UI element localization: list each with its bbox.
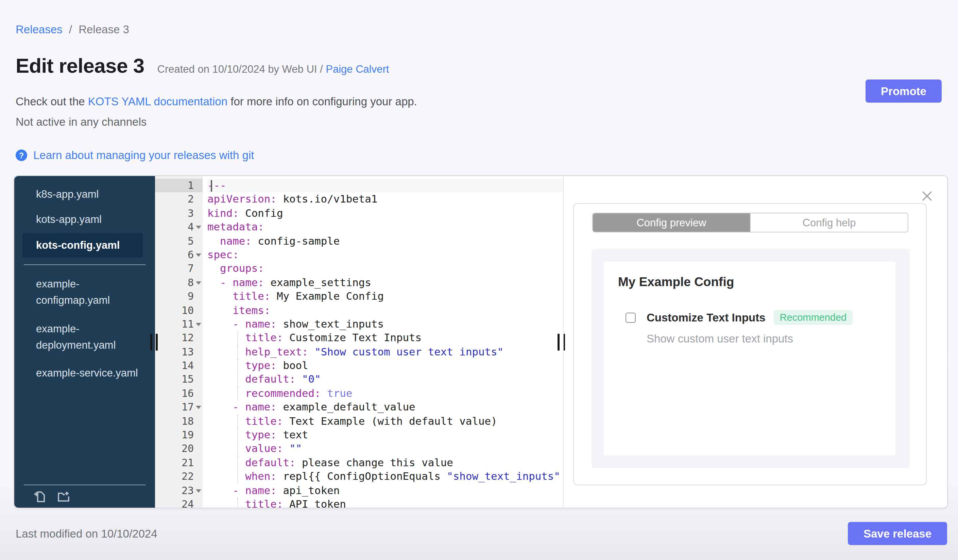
sidebar-actions: [32, 489, 71, 504]
indent-guide: [237, 331, 238, 345]
yaml-code-editor[interactable]: 1234567891011121314151617181920212223242…: [155, 176, 564, 507]
page-title: Edit release 3: [16, 54, 144, 78]
file-item[interactable]: example-service.yaml: [14, 365, 155, 381]
new-file-button[interactable]: [32, 489, 47, 504]
git-releases-link[interactable]: Learn about managing your releases with …: [33, 149, 254, 162]
yaml-token-plain: [207, 401, 233, 414]
kots-yaml-docs-link[interactable]: KOTS YAML documentation: [88, 95, 227, 108]
yaml-token-plain: [207, 443, 245, 455]
yaml-token-plain: example_default_value: [277, 401, 416, 414]
indent-guide: [237, 497, 238, 507]
tab-config-preview[interactable]: Config preview: [593, 214, 750, 232]
yaml-token-plain: [207, 276, 220, 288]
yaml-token-key: metadata:: [207, 221, 264, 233]
code-line[interactable]: items:: [207, 304, 563, 317]
yaml-token-plain: please change this value: [296, 457, 453, 469]
breadcrumb-releases-link[interactable]: Releases: [16, 23, 63, 35]
code-line[interactable]: kind: Config: [207, 207, 563, 220]
config-item-label: Customize Text Inputs: [647, 311, 766, 324]
tab-config-help[interactable]: Config help: [750, 214, 908, 232]
file-sidebar: k8s-app.yamlkots-app.yamlkots-config.yam…: [14, 176, 155, 507]
fold-caret-icon[interactable]: [196, 323, 201, 329]
config-preview-card: Config previewConfig help My Example Con…: [573, 203, 927, 485]
code-line[interactable]: title: Text Example (with default value): [207, 414, 563, 428]
yaml-token-key: - name:: [233, 484, 277, 497]
yaml-token-plain: bool: [277, 359, 308, 372]
file-item[interactable]: example-deployment.yaml: [14, 321, 155, 353]
code-line[interactable]: title: API token: [207, 497, 563, 507]
gutter-line-number: 22: [155, 470, 203, 484]
code-line[interactable]: - name: example_default_value: [207, 401, 563, 414]
fold-caret-icon[interactable]: [196, 406, 201, 412]
gutter-line-number: 14: [155, 359, 203, 373]
gutter-line-number: 18: [155, 414, 203, 428]
file-item[interactable]: k8s-app.yaml: [14, 186, 155, 202]
sidebar-resize-handle[interactable]: [150, 334, 152, 351]
code-line[interactable]: ---: [207, 179, 563, 193]
yaml-token-plain: [207, 373, 245, 386]
fold-caret-icon[interactable]: [196, 226, 201, 232]
code-line[interactable]: type: text: [207, 428, 563, 442]
code-line[interactable]: recommended: true: [207, 387, 563, 401]
editor-gutter: 1234567891011121314151617181920212223242…: [155, 176, 203, 507]
code-line[interactable]: title: My Example Config: [207, 289, 563, 304]
file-item[interactable]: kots-config.yaml: [22, 233, 143, 258]
code-line[interactable]: name: config-sample: [207, 234, 563, 248]
question-mark-icon[interactable]: ?: [16, 150, 27, 161]
fold-caret-icon[interactable]: [196, 281, 201, 287]
sidebar-resize-handle[interactable]: [156, 334, 157, 351]
editor-code-area[interactable]: ---apiVersion: kots.io/v1beta1kind: Conf…: [203, 176, 563, 507]
save-release-button[interactable]: Save release: [848, 522, 947, 545]
code-line[interactable]: default: "0": [207, 373, 563, 387]
panel-resize-handle[interactable]: [563, 334, 565, 351]
code-line[interactable]: default: please change this value: [207, 456, 563, 470]
indent-guide: [237, 345, 238, 359]
yaml-token-key: when:: [245, 470, 277, 482]
fold-caret-icon[interactable]: [196, 253, 201, 259]
breadcrumb-current: Release 3: [79, 23, 129, 35]
config-item-help-text: Show custom user text inputs: [647, 332, 793, 345]
code-line[interactable]: - name: api_token: [207, 484, 563, 497]
yaml-token-plain: My Example Config: [270, 290, 384, 302]
yaml-token-key: recommended:: [245, 388, 320, 400]
promote-button[interactable]: Promote: [866, 79, 942, 103]
code-line[interactable]: title: Customize Text Inputs: [207, 331, 563, 345]
file-item[interactable]: kots-app.yaml: [14, 211, 155, 228]
gutter-line-number: 15: [155, 373, 203, 387]
yaml-token-key: type:: [245, 429, 277, 441]
recommended-badge: Recommended: [774, 310, 853, 325]
yaml-token-key: items:: [233, 304, 270, 316]
code-line[interactable]: - name: example_settings: [207, 275, 563, 289]
yaml-token-plain: [207, 359, 245, 372]
new-folder-button[interactable]: [56, 489, 71, 504]
text-cursor: [211, 180, 212, 191]
gutter-line-number: 23: [155, 484, 203, 497]
code-line[interactable]: value: "": [207, 442, 563, 456]
sidebar-divider: [24, 264, 146, 265]
gutter-line-number: 7: [155, 262, 203, 276]
close-icon: [921, 190, 934, 202]
breadcrumb-separator: /: [69, 23, 72, 35]
yaml-token-str: "0": [302, 373, 321, 386]
code-line[interactable]: groups:: [207, 262, 563, 276]
code-line[interactable]: apiVersion: kots.io/v1beta1: [207, 193, 563, 207]
code-line[interactable]: help_text: "Show custom user text inputs…: [207, 345, 563, 359]
code-line[interactable]: metadata:: [207, 220, 563, 234]
gutter-line-number: 6: [155, 248, 203, 262]
yaml-token-plain: [321, 388, 327, 400]
file-item[interactable]: example-configmap.yaml: [14, 276, 155, 308]
fold-caret-icon[interactable]: [196, 489, 201, 495]
code-line[interactable]: spec:: [207, 248, 563, 262]
gutter-line-number: 2: [155, 193, 203, 207]
customize-text-inputs-checkbox[interactable]: [625, 312, 636, 323]
code-line[interactable]: type: bool: [207, 359, 563, 373]
code-line[interactable]: when: repl{{ ConfigOptionEquals "show_te…: [207, 470, 563, 484]
close-panel-button[interactable]: [921, 190, 934, 202]
sidebar-bottom-divider: [24, 484, 146, 485]
yaml-token-key: title:: [245, 332, 283, 344]
indent-guide: [237, 387, 238, 401]
created-prefix: Created on 10/10/2024 by Web UI /: [157, 63, 323, 75]
code-line[interactable]: - name: show_text_inputs: [207, 317, 563, 331]
panel-resize-handle[interactable]: [558, 334, 559, 351]
created-author-link[interactable]: Paige Calvert: [326, 63, 389, 75]
